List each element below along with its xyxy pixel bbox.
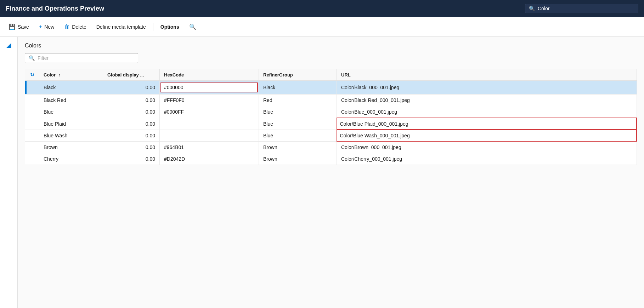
- cell-color: Blue: [39, 106, 103, 118]
- sidebar-panel: ◢: [0, 37, 18, 308]
- selected-row-bar: [25, 81, 27, 94]
- filter-search-icon: 🔍: [29, 55, 35, 61]
- delete-button[interactable]: 🗑 Delete: [60, 22, 90, 32]
- cell-url: Color/Blue_000_001.jpeg: [337, 106, 637, 118]
- table-row[interactable]: Blue Wash0.00BlueColor/Blue Wash_000_001…: [25, 130, 637, 141]
- cell-url: Color/Cherry_000_001.jpeg: [337, 153, 637, 165]
- main-area: ◢ Colors 🔍 ↻ Color ↑: [0, 37, 644, 308]
- table-row[interactable]: Blue Plaid0.00BlueColor/Blue Plaid_000_0…: [25, 118, 637, 130]
- filter-container: 🔍: [25, 53, 637, 63]
- sort-icon: ↑: [58, 73, 61, 78]
- cell-url: Color/Brown_000_001.jpeg: [337, 141, 637, 153]
- col-header-hexcode[interactable]: HexCode: [160, 69, 259, 81]
- top-bar: Finance and Operations Preview 🔍: [0, 0, 644, 17]
- row-indicator-cell: [25, 118, 39, 130]
- cell-hexcode: #0000FF: [160, 106, 259, 118]
- delete-icon: 🗑: [64, 24, 70, 30]
- cell-hexcode: [160, 118, 259, 130]
- row-indicator-cell: [25, 106, 39, 118]
- toolbar-search-button[interactable]: 🔍: [185, 21, 200, 32]
- hexcode-input[interactable]: [164, 85, 254, 90]
- cell-color: Brown: [39, 141, 103, 153]
- cell-global-display: 0.00: [103, 153, 160, 165]
- options-button[interactable]: Options: [156, 22, 183, 32]
- content-panel: Colors 🔍 ↻ Color ↑ Glo: [18, 37, 644, 308]
- cell-hexcode: [160, 130, 259, 141]
- col-header-color[interactable]: Color ↑: [39, 69, 103, 81]
- filter-input-wrapper[interactable]: 🔍: [25, 53, 138, 63]
- cell-refiner-group: Brown: [259, 153, 337, 165]
- cell-color: Black: [39, 81, 103, 95]
- row-indicator-cell: [25, 95, 39, 106]
- app-title: Finance and Operations Preview: [6, 5, 104, 12]
- cell-color: Black Red: [39, 95, 103, 106]
- filter-icon[interactable]: ◢: [6, 41, 11, 49]
- cell-refiner-group: Black: [259, 81, 337, 95]
- refresh-icon[interactable]: ↻: [30, 72, 34, 78]
- section-title: Colors: [25, 42, 637, 49]
- cell-hexcode: #D2042D: [160, 153, 259, 165]
- cell-url: Color/Black_000_001.jpeg: [337, 81, 637, 95]
- global-search[interactable]: 🔍: [525, 4, 638, 13]
- cell-color: Blue Wash: [39, 130, 103, 141]
- cell-global-display: 0.00: [103, 95, 160, 106]
- cell-color: Blue Plaid: [39, 118, 103, 130]
- cell-refiner-group: Blue: [259, 106, 337, 118]
- table-row[interactable]: Black Red0.00#FFF0F0RedColor/Black Red_0…: [25, 95, 637, 106]
- cell-refiner-group: Red: [259, 95, 337, 106]
- col-header-global-display[interactable]: Global display ...: [103, 69, 160, 81]
- filter-input[interactable]: [38, 55, 134, 61]
- row-indicator-cell: [25, 81, 39, 95]
- save-icon: 💾: [9, 23, 16, 30]
- cell-global-display: 0.00: [103, 130, 160, 141]
- cell-global-display: 0.00: [103, 106, 160, 118]
- table-row[interactable]: Brown0.00#964B01BrownColor/Brown_000_001…: [25, 141, 637, 153]
- cell-url: Color/Black Red_000_001.jpeg: [337, 95, 637, 106]
- cell-hexcode: #964B01: [160, 141, 259, 153]
- toolbar-search-icon: 🔍: [189, 23, 196, 30]
- toolbar: 💾 Save + New 🗑 Delete Define media templ…: [0, 17, 644, 37]
- row-indicator-cell: [25, 130, 39, 141]
- new-button[interactable]: + New: [35, 22, 58, 32]
- table-row[interactable]: Blue0.00#0000FFBlueColor/Blue_000_001.jp…: [25, 106, 637, 118]
- cell-global-display: 0.00: [103, 141, 160, 153]
- search-input[interactable]: [538, 6, 634, 11]
- cell-url: Color/Blue Plaid_000_001.jpeg: [337, 118, 637, 130]
- cell-global-display: 0.00: [103, 81, 160, 95]
- table-header-row: ↻ Color ↑ Global display ... HexCode Ref…: [25, 69, 637, 81]
- search-icon: 🔍: [529, 6, 535, 11]
- toolbar-divider: [153, 23, 153, 31]
- table-row[interactable]: Cherry0.00#D2042DBrownColor/Cherry_000_0…: [25, 153, 637, 165]
- cell-color: Cherry: [39, 153, 103, 165]
- col-header-refiner-group[interactable]: RefinerGroup: [259, 69, 337, 81]
- plus-icon: +: [39, 24, 42, 30]
- row-indicator-cell: [25, 141, 39, 153]
- cell-url: Color/Blue Wash_000_001.jpeg: [337, 130, 637, 141]
- col-header-refresh[interactable]: ↻: [25, 69, 39, 81]
- row-indicator-cell: [25, 153, 39, 165]
- cell-refiner-group: Brown: [259, 141, 337, 153]
- data-table: ↻ Color ↑ Global display ... HexCode Ref…: [25, 69, 637, 165]
- define-media-button[interactable]: Define media template: [92, 22, 150, 32]
- cell-refiner-group: Blue: [259, 118, 337, 130]
- cell-hexcode[interactable]: [160, 81, 259, 95]
- cell-refiner-group: Blue: [259, 130, 337, 141]
- cell-global-display: 0.00: [103, 118, 160, 130]
- table-row[interactable]: Black0.00BlackColor/Black_000_001.jpeg: [25, 81, 637, 95]
- col-header-url[interactable]: URL: [337, 69, 637, 81]
- save-button[interactable]: 💾 Save: [4, 21, 33, 32]
- cell-hexcode: #FFF0F0: [160, 95, 259, 106]
